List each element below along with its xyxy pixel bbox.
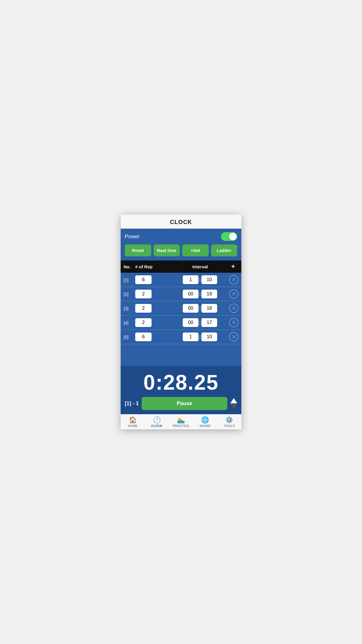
row-rep-5 bbox=[135, 332, 171, 341]
arrow-control bbox=[230, 398, 237, 409]
rep-input-1[interactable] bbox=[135, 275, 152, 284]
tab-home[interactable]: 🏠 HOME bbox=[121, 417, 145, 428]
tab-bar: 🏠 HOME 🕐 CLOCK 🏊 PRACTICE 🌐 SHARE ⚙️ TOO… bbox=[121, 414, 241, 429]
interval-sec-input-5[interactable] bbox=[201, 332, 217, 341]
colon-separator-5: : bbox=[199, 334, 201, 340]
practice-icon: 🏊 bbox=[177, 417, 185, 423]
row-interval-1: : bbox=[173, 275, 227, 284]
row-interval-5: : bbox=[173, 332, 227, 341]
interval-sec-input-2[interactable] bbox=[201, 290, 217, 298]
tab-clock[interactable]: 🕐 CLOCK bbox=[145, 417, 169, 428]
arrow-up-icon[interactable] bbox=[230, 398, 237, 403]
interval-sec-input-1[interactable] bbox=[201, 275, 217, 284]
practice-label: PRACTICE bbox=[173, 424, 189, 428]
row-number-5: [5] bbox=[124, 335, 135, 340]
power-row: Power bbox=[125, 232, 237, 241]
table-row: [2] : ✕ bbox=[121, 287, 241, 301]
interval-min-input-4[interactable] bbox=[183, 318, 198, 327]
colon-separator-4: : bbox=[199, 320, 201, 326]
row-rep-2 bbox=[135, 290, 171, 298]
interval-min-input-5[interactable] bbox=[183, 332, 198, 341]
phone-frame: CLOCK Power Reset Real time +Set Ladder … bbox=[121, 215, 241, 429]
col-no-header: No. bbox=[124, 264, 135, 269]
home-icon: 🏠 bbox=[129, 417, 137, 423]
table-row: [3] : ✕ bbox=[121, 301, 241, 316]
sets-table: [1] : ✕ [2] : ✕ [3] : ✕ [4 bbox=[121, 273, 241, 366]
top-panel: Power Reset Real time +Set Ladder bbox=[121, 229, 241, 260]
reset-button[interactable]: Reset bbox=[125, 244, 151, 256]
row-number-1: [1] bbox=[124, 277, 135, 282]
tab-share[interactable]: 🌐 SHARE bbox=[193, 417, 217, 428]
table-row: [1] : ✕ bbox=[121, 273, 241, 287]
colon-separator-3: : bbox=[199, 305, 201, 312]
interval-min-input-2[interactable] bbox=[183, 290, 198, 298]
real-time-button[interactable]: Real time bbox=[154, 244, 180, 256]
ladder-button[interactable]: Ladder bbox=[211, 244, 238, 256]
row-number-2: [2] bbox=[124, 292, 135, 297]
colon-separator-1: : bbox=[199, 277, 201, 283]
toggle-knob bbox=[229, 233, 237, 240]
clock-icon: 🕐 bbox=[153, 417, 161, 423]
add-row-button[interactable]: + bbox=[228, 263, 238, 270]
interval-sec-input-3[interactable] bbox=[201, 304, 217, 313]
table-row: [5] : ✕ bbox=[121, 330, 241, 344]
clock-label: CLOCK bbox=[151, 424, 163, 428]
table-header: No. # of Rep Interval + bbox=[121, 260, 241, 273]
set-indicator: [1] - 1 bbox=[125, 400, 139, 407]
arrow-down-icon[interactable] bbox=[230, 404, 237, 409]
pause-button[interactable]: Pause bbox=[142, 397, 227, 410]
power-toggle[interactable] bbox=[221, 232, 237, 241]
delete-row-button-3[interactable]: ✕ bbox=[229, 304, 238, 313]
row-rep-1 bbox=[135, 275, 171, 284]
tab-tools[interactable]: ⚙️ TOOLS bbox=[217, 417, 241, 428]
row-interval-3: : bbox=[173, 304, 227, 313]
action-buttons-row: Reset Real time +Set Ladder bbox=[125, 244, 237, 256]
rep-input-3[interactable] bbox=[135, 304, 152, 313]
add-set-button[interactable]: +Set bbox=[182, 244, 209, 256]
row-rep-3 bbox=[135, 304, 171, 313]
app-header: CLOCK bbox=[121, 215, 241, 229]
delete-row-button-2[interactable]: ✕ bbox=[229, 289, 238, 299]
interval-sec-input-4[interactable] bbox=[201, 318, 217, 327]
table-row: [4] : ✕ bbox=[121, 316, 241, 330]
tab-practice[interactable]: 🏊 PRACTICE bbox=[169, 417, 193, 428]
page-title: CLOCK bbox=[170, 219, 192, 225]
interval-min-input-1[interactable] bbox=[183, 275, 198, 284]
interval-min-input-3[interactable] bbox=[183, 304, 198, 313]
tools-icon: ⚙️ bbox=[225, 417, 233, 423]
clock-time: 0:28.25 bbox=[125, 372, 237, 393]
col-rep-header: # of Rep bbox=[135, 264, 172, 269]
row-interval-2: : bbox=[173, 290, 227, 298]
delete-row-button-5[interactable]: ✕ bbox=[229, 332, 238, 342]
delete-row-button-1[interactable]: ✕ bbox=[229, 275, 238, 284]
home-label: HOME bbox=[128, 424, 138, 428]
tools-label: TOOLS bbox=[224, 424, 235, 428]
colon-separator-2: : bbox=[199, 291, 201, 297]
row-rep-4 bbox=[135, 318, 171, 327]
share-icon: 🌐 bbox=[201, 417, 209, 423]
row-interval-4: : bbox=[173, 318, 227, 327]
row-number-3: [3] bbox=[124, 306, 135, 311]
clock-controls: [1] - 1 Pause bbox=[125, 397, 237, 410]
share-label: SHARE bbox=[200, 424, 211, 428]
clock-display: 0:28.25 [1] - 1 Pause bbox=[121, 366, 241, 414]
col-interval-header: Interval bbox=[172, 264, 228, 269]
rep-input-2[interactable] bbox=[135, 290, 152, 298]
rep-input-4[interactable] bbox=[135, 318, 152, 327]
rep-input-5[interactable] bbox=[135, 332, 152, 341]
row-number-4: [4] bbox=[124, 320, 135, 325]
delete-row-button-4[interactable]: ✕ bbox=[229, 318, 238, 327]
power-label: Power bbox=[125, 234, 140, 240]
